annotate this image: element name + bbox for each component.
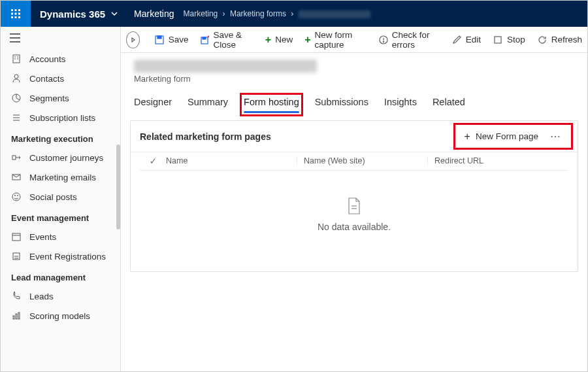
global-nav: Dynamics 365 Marketing Marketing › Marke… <box>1 1 587 27</box>
sidebar-label: Segments <box>29 93 69 103</box>
sidebar-label: Accounts <box>29 54 66 64</box>
grid-col-redirect[interactable]: Redirect URL <box>427 156 558 166</box>
sidebar-item-scoring-models[interactable]: Scoring models <box>1 306 120 326</box>
sidebar-item-leads[interactable]: Leads <box>1 286 120 306</box>
mail-icon <box>11 172 22 182</box>
refresh-button[interactable]: Refresh <box>537 35 582 45</box>
sidebar-item-social-posts[interactable]: Social posts <box>1 187 120 207</box>
score-icon <box>11 311 22 321</box>
svg-rect-31 <box>16 314 17 319</box>
sidebar-item-subscription-lists[interactable]: Subscription lists <box>1 108 120 127</box>
sidebar-label: Subscription lists <box>29 113 95 123</box>
tab-submissions[interactable]: Submissions <box>315 97 368 112</box>
btn-label: Edit <box>466 35 481 44</box>
sidebar-label: Events <box>29 232 56 242</box>
save-close-button[interactable]: Save & Close <box>201 30 253 50</box>
command-bar: Save Save & Close + New + New form captu… <box>121 27 587 53</box>
chevron-down-icon <box>110 10 118 18</box>
sidebar-label: Leads <box>29 292 54 301</box>
app-launcher[interactable] <box>1 1 31 27</box>
btn-label: Stop <box>507 35 525 44</box>
stop-button[interactable]: Stop <box>493 35 525 45</box>
panel-actions: + New Form page ⋯ <box>458 127 568 145</box>
sidebar-toggle[interactable] <box>1 27 120 49</box>
btn-label: New form capture <box>315 30 367 50</box>
brand-label: Dynamics 365 <box>40 8 105 20</box>
svg-point-39 <box>383 41 384 42</box>
sidebar-label: Social posts <box>29 192 77 202</box>
more-actions-button[interactable]: ⋯ <box>550 130 562 143</box>
record-tabs: Designer Summary Form hosting Submission… <box>121 88 587 112</box>
btn-label: Save & Close <box>214 30 253 50</box>
list-icon <box>11 112 22 123</box>
tab-insights[interactable]: Insights <box>384 97 417 112</box>
plus-icon: + <box>465 131 470 142</box>
edit-button[interactable]: Edit <box>451 35 481 45</box>
save-button[interactable]: Save <box>154 35 189 45</box>
svg-rect-3 <box>11 13 13 15</box>
registration-icon <box>11 251 22 262</box>
empty-state: No data available. <box>131 171 578 271</box>
tab-summary[interactable]: Summary <box>188 97 228 112</box>
svg-rect-1 <box>15 9 17 11</box>
tab-designer[interactable]: Designer <box>134 97 172 112</box>
stop-icon <box>493 35 503 45</box>
check-errors-button[interactable]: Check for errors <box>379 30 440 50</box>
crumb-record-blurred <box>299 10 370 18</box>
building-icon <box>11 54 22 64</box>
sidebar-label: Scoring models <box>29 311 90 321</box>
grid-col-name[interactable]: Name <box>166 156 297 166</box>
sidebar-item-contacts[interactable]: Contacts <box>1 69 120 88</box>
go-live-button[interactable] <box>126 31 140 48</box>
phone-icon <box>11 291 22 301</box>
sidebar-item-marketing-emails[interactable]: Marketing emails <box>1 167 120 187</box>
error-check-icon <box>379 35 388 45</box>
crumb-entity[interactable]: Marketing forms <box>230 9 286 18</box>
grid-col-website[interactable]: Name (Web site) <box>297 156 427 166</box>
btn-label: Check for errors <box>392 30 440 50</box>
sidebar-item-segments[interactable]: Segments <box>1 88 120 108</box>
sidebar-item-accounts[interactable]: Accounts <box>1 49 120 69</box>
record-entity-type: Marketing form <box>134 74 574 84</box>
app-name[interactable]: Marketing <box>127 8 180 19</box>
sidebar-group-lead-management: Lead management <box>1 266 120 286</box>
save-icon <box>154 35 165 45</box>
svg-point-26 <box>18 195 18 196</box>
new-form-capture-button[interactable]: + New form capture <box>304 30 367 50</box>
brand[interactable]: Dynamics 365 <box>31 8 127 20</box>
svg-rect-6 <box>11 16 13 18</box>
sidebar-scrollbar[interactable] <box>116 144 120 229</box>
svg-rect-32 <box>18 313 20 319</box>
sidebar-group-marketing-execution: Marketing execution <box>1 127 120 148</box>
sidebar-item-event-registrations[interactable]: Event Registrations <box>1 246 120 266</box>
svg-point-17 <box>14 75 18 78</box>
svg-rect-22 <box>12 156 16 160</box>
new-button[interactable]: + New <box>265 35 293 45</box>
breadcrumb: Marketing › Marketing forms › <box>181 9 373 18</box>
sidebar-label: Customer journeys <box>29 153 103 163</box>
sidebar-label: Event Registrations <box>29 252 106 262</box>
sidebar-item-events[interactable]: Events <box>1 227 120 246</box>
plus-icon: + <box>304 35 310 45</box>
svg-rect-40 <box>495 37 501 43</box>
document-icon <box>346 197 362 215</box>
sidebar-item-customer-journeys[interactable]: Customer journeys <box>1 148 120 167</box>
svg-rect-2 <box>18 9 20 11</box>
svg-rect-36 <box>203 37 206 39</box>
svg-rect-8 <box>18 16 20 18</box>
main-area: Save Save & Close + New + New form captu… <box>121 27 587 372</box>
svg-point-24 <box>12 193 20 201</box>
svg-rect-4 <box>15 13 17 15</box>
sidebar-group-event-management: Event management <box>1 207 120 227</box>
save-close-icon <box>201 35 210 45</box>
tab-form-hosting[interactable]: Form hosting <box>244 97 299 112</box>
sidebar-label: Marketing emails <box>29 173 96 182</box>
smile-icon <box>11 192 22 202</box>
person-icon <box>11 73 22 84</box>
grid-check-column[interactable]: ✓ <box>140 156 166 166</box>
sidebar: Accounts Contacts Segments Subscription … <box>1 27 121 372</box>
crumb-area[interactable]: Marketing <box>184 9 218 18</box>
tab-related[interactable]: Related <box>433 97 465 112</box>
record-header: Marketing form <box>121 53 587 88</box>
new-form-page-button[interactable]: + New Form page <box>465 131 538 142</box>
